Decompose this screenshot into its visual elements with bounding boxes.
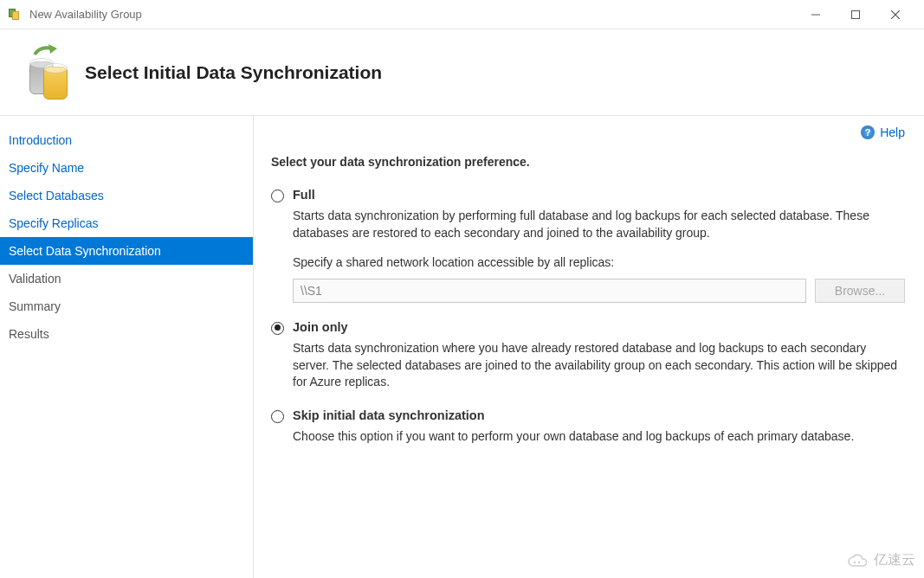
- share-location-label: Specify a shared network location access…: [293, 254, 905, 272]
- svg-point-4: [854, 561, 856, 563]
- wizard-sidebar: Introduction Specify Name Select Databas…: [0, 116, 254, 578]
- radio-skip[interactable]: [271, 410, 284, 423]
- help-link[interactable]: ? Help: [861, 125, 905, 139]
- window-controls: [796, 0, 915, 29]
- close-button[interactable]: [876, 0, 915, 29]
- cloud-icon: [846, 552, 869, 569]
- svg-rect-1: [852, 10, 860, 18]
- option-full-title: Full: [293, 188, 315, 202]
- maximize-button[interactable]: [836, 0, 876, 29]
- help-label: Help: [880, 125, 905, 139]
- option-skip[interactable]: Skip initial data synchronization: [271, 408, 905, 423]
- nav-results[interactable]: Results: [0, 320, 253, 348]
- nav-summary[interactable]: Summary: [0, 292, 253, 320]
- nav-select-data-sync[interactable]: Select Data Synchronization: [0, 237, 253, 265]
- nav-specify-replicas[interactable]: Specify Replicas: [0, 209, 253, 237]
- app-icon: [9, 8, 23, 22]
- radio-full[interactable]: [271, 189, 284, 202]
- svg-point-5: [858, 561, 861, 563]
- header: Select Initial Data Synchronization: [0, 29, 924, 116]
- nav-validation[interactable]: Validation: [0, 265, 253, 292]
- help-icon: ?: [861, 125, 875, 139]
- nav-specify-name[interactable]: Specify Name: [0, 154, 253, 182]
- watermark-text: 亿速云: [874, 551, 915, 569]
- option-join-title: Join only: [293, 320, 348, 334]
- minimize-button[interactable]: [796, 0, 836, 29]
- browse-button[interactable]: Browse...: [815, 279, 905, 303]
- radio-join-only[interactable]: [271, 322, 284, 335]
- watermark: 亿速云: [846, 551, 915, 569]
- titlebar: New Availability Group: [0, 0, 924, 29]
- sync-preference-prompt: Select your data synchronization prefere…: [271, 155, 905, 169]
- option-full-body: Starts data synchronization by performin…: [293, 208, 905, 303]
- window-title: New Availability Group: [29, 8, 796, 21]
- option-full[interactable]: Full: [271, 188, 905, 202]
- main-panel: ? Help Select your data synchronization …: [254, 116, 924, 578]
- nav-select-databases[interactable]: Select Databases: [0, 182, 253, 209]
- page-title: Select Initial Data Synchronization: [85, 62, 382, 83]
- wizard-icon: [14, 42, 69, 103]
- option-join-description: Starts data synchronization where you ha…: [293, 340, 905, 392]
- option-skip-title: Skip initial data synchronization: [293, 408, 485, 422]
- share-location-input[interactable]: [293, 279, 806, 303]
- nav-introduction[interactable]: Introduction: [0, 126, 253, 154]
- option-full-description: Starts data synchronization by performin…: [293, 209, 869, 240]
- option-join-only[interactable]: Join only: [271, 320, 905, 335]
- option-skip-description: Choose this option if you want to perfor…: [293, 428, 905, 446]
